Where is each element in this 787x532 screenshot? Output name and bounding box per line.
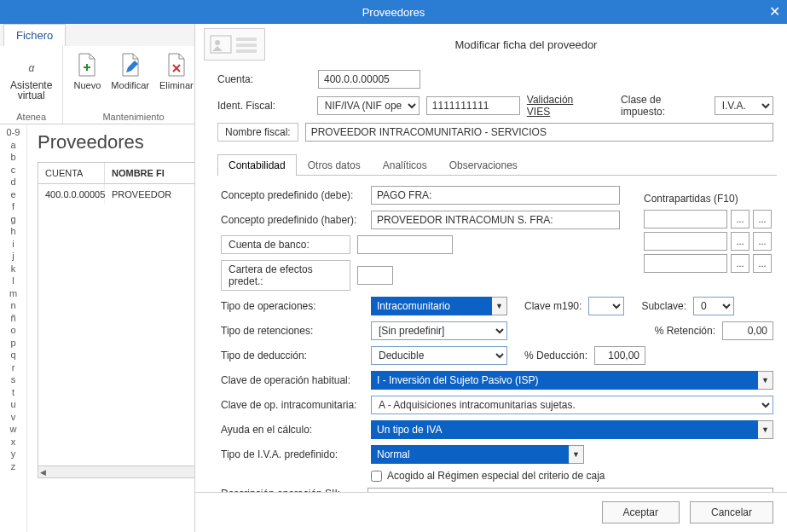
pct-deduccion-label: % Deducción: xyxy=(524,350,587,361)
cuenta-banco-input[interactable] xyxy=(357,235,453,254)
clase-impuesto-label: Clase de impuesto: xyxy=(621,94,708,118)
form-title: Modificar ficha del proveedor xyxy=(274,38,778,51)
tipo-operaciones-select[interactable]: Intracomunitario xyxy=(371,297,492,315)
cancelar-button[interactable]: Cancelar xyxy=(690,501,773,523)
modificar-button[interactable]: Modificar xyxy=(107,49,153,92)
alpha-k[interactable]: k xyxy=(11,263,16,275)
tab-observaciones[interactable]: Observaciones xyxy=(438,154,529,176)
pct-retencion-input[interactable] xyxy=(722,321,773,340)
tipo-deduccion-select[interactable]: Deducible xyxy=(371,346,507,365)
ayuda-calculo-select[interactable]: Un tipo de IVA xyxy=(371,420,758,439)
clave-intracom-select[interactable]: A - Adquisiciones intracomunitarias suje… xyxy=(371,396,773,414)
nuevo-button[interactable]: Nuevo xyxy=(70,49,104,92)
ellipsis-button[interactable]: ... xyxy=(731,210,749,228)
tipo-retenciones-select[interactable]: [Sin predefinir] xyxy=(371,321,507,340)
alpha-e[interactable]: e xyxy=(10,188,15,201)
svg-rect-4 xyxy=(236,43,257,47)
close-icon[interactable]: ✕ xyxy=(769,3,780,20)
nombre-fiscal-button[interactable]: Nombre fiscal: xyxy=(217,123,298,142)
alpha-t[interactable]: t xyxy=(12,386,14,399)
chevron-down-icon[interactable]: ▼ xyxy=(569,445,584,464)
alpha-d[interactable]: d xyxy=(10,176,15,188)
tab-contabilidad[interactable]: Contabilidad xyxy=(217,154,297,176)
alpha-l[interactable]: l xyxy=(12,275,14,287)
ident-value-input[interactable] xyxy=(426,96,520,115)
ellipsis-button[interactable]: ... xyxy=(753,232,772,251)
alpha-n[interactable]: n xyxy=(10,299,15,312)
col-cuenta[interactable]: CUENTA xyxy=(38,163,105,183)
contrapartidas-label: Contrapartidas (F10) xyxy=(644,193,772,205)
tab-otros-datos[interactable]: Otros datos xyxy=(297,154,372,176)
eliminar-button[interactable]: Eliminar xyxy=(156,49,197,92)
chevron-down-icon[interactable]: ▼ xyxy=(758,371,773,390)
ellipsis-button[interactable]: ... xyxy=(753,210,772,228)
svg-text:α: α xyxy=(28,62,35,74)
cartera-efectos-button[interactable]: Cartera de efectos predet.: xyxy=(221,260,350,291)
cartera-efectos-input[interactable] xyxy=(357,266,393,285)
pct-deduccion-input[interactable] xyxy=(594,346,645,365)
chevron-down-icon[interactable]: ▼ xyxy=(492,297,507,315)
alpha-a[interactable]: a xyxy=(10,139,15,152)
clase-impuesto-select[interactable]: I.V.A. xyxy=(715,96,773,115)
scroll-up-icon[interactable]: ▴ xyxy=(764,489,767,492)
titlebar: Proveedores ✕ xyxy=(0,0,787,24)
desc-sii-label: Descripción operación SII: xyxy=(221,488,361,492)
alpha-x[interactable]: x xyxy=(11,436,16,448)
alpha-c[interactable]: c xyxy=(11,164,16,176)
form-tabs: ContabilidadOtros datosAnalíticosObserva… xyxy=(217,153,777,176)
scroll-left-icon[interactable]: ◀ xyxy=(40,468,46,477)
textarea-scrollbar[interactable]: ▴▾ xyxy=(760,488,772,492)
ribbon-tab-fichero[interactable]: Fichero xyxy=(3,24,66,46)
cuenta-input[interactable] xyxy=(318,70,420,89)
ellipsis-button[interactable]: ... xyxy=(731,254,749,273)
clave-m190-select[interactable] xyxy=(588,297,624,315)
concepto-haber-input[interactable] xyxy=(371,211,620,229)
tab-analíticos[interactable]: Analíticos xyxy=(372,154,438,176)
alpha-r[interactable]: r xyxy=(12,361,15,374)
concepto-debe-input[interactable] xyxy=(371,186,620,205)
alpha-0-9[interactable]: 0-9 xyxy=(7,126,20,139)
cuenta-banco-button[interactable]: Cuenta de banco: xyxy=(221,235,350,254)
ellipsis-button[interactable]: ... xyxy=(753,254,772,273)
concepto-debe-label: Concepto predefinido (debe): xyxy=(221,189,364,201)
desc-sii-textarea[interactable] xyxy=(367,488,773,492)
alpha-m[interactable]: m xyxy=(9,287,17,300)
contrapartida-input[interactable] xyxy=(644,232,727,251)
alpha-y[interactable]: y xyxy=(11,448,16,460)
alpha-w[interactable]: w xyxy=(10,423,17,436)
subclave-select[interactable]: 0 xyxy=(693,297,734,315)
validacion-vies-link[interactable]: Validación VIES xyxy=(527,94,599,118)
alpha-f[interactable]: f xyxy=(12,200,14,213)
contrapartida-input[interactable] xyxy=(644,254,727,273)
ident-type-select[interactable]: NIF/IVA (NIF oper xyxy=(317,96,420,115)
contrapartida-input[interactable] xyxy=(644,210,727,228)
clave-habitual-label: Clave de operación habitual: xyxy=(221,374,364,386)
alpha-p[interactable]: p xyxy=(10,337,15,350)
aceptar-button[interactable]: Aceptar xyxy=(602,501,680,523)
chevron-down-icon[interactable]: ▼ xyxy=(758,420,773,439)
image-placeholder[interactable] xyxy=(204,28,265,61)
acogido-checkbox[interactable]: Acogido al Régimen especial del criterio… xyxy=(371,470,605,482)
alpha-h[interactable]: h xyxy=(10,225,15,238)
nombre-fiscal-input[interactable] xyxy=(305,123,773,142)
alpha-i[interactable]: i xyxy=(12,238,14,251)
alpha-j[interactable]: j xyxy=(12,250,14,263)
alpha-ñ[interactable]: ñ xyxy=(10,312,15,325)
tipo-iva-select[interactable]: Normal xyxy=(371,445,569,464)
asistente-virtual-button[interactable]: α Asistentevirtual xyxy=(7,49,55,102)
alpha-g[interactable]: g xyxy=(10,213,15,226)
svg-point-2 xyxy=(215,40,220,45)
alpha-v[interactable]: v xyxy=(11,411,16,424)
alpha-o[interactable]: o xyxy=(10,324,15,337)
alpha-q[interactable]: q xyxy=(10,349,15,361)
alpha-s[interactable]: s xyxy=(11,373,16,386)
file-delete-icon xyxy=(163,51,190,78)
alpha-u[interactable]: u xyxy=(10,398,15,411)
clave-intracom-label: Clave de op. intracomunitaria: xyxy=(221,399,364,411)
file-edit-icon xyxy=(117,51,144,78)
ellipsis-button[interactable]: ... xyxy=(731,232,749,251)
clave-habitual-select[interactable]: I - Inversión del Sujeto Pasivo (ISP) xyxy=(371,371,758,390)
tipo-operaciones-label: Tipo de operaciones: xyxy=(221,300,364,312)
alpha-z[interactable]: z xyxy=(11,460,16,473)
alpha-b[interactable]: b xyxy=(10,151,15,164)
